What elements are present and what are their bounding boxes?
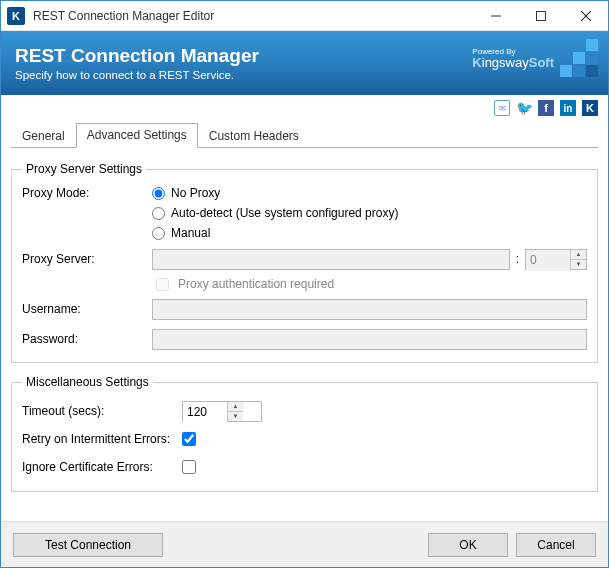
twitter-icon[interactable]: 🐦	[516, 100, 532, 116]
maximize-icon	[536, 11, 546, 21]
proxy-auth-required-label: Proxy authentication required	[178, 277, 334, 291]
footer-bar: Test Connection OK Cancel	[1, 521, 608, 567]
app-icon: K	[1, 7, 31, 25]
window-title: REST Connection Manager Editor	[31, 9, 473, 23]
kingswaysoft-icon[interactable]: K	[582, 100, 598, 116]
misc-settings-group: Miscellaneous Settings Timeout (secs): ▲…	[11, 375, 598, 492]
timeout-spin-buttons: ▲ ▼	[227, 402, 243, 421]
timeout-label: Timeout (secs):	[22, 404, 182, 418]
test-connection-button[interactable]: Test Connection	[13, 533, 163, 557]
tab-general[interactable]: General	[11, 124, 76, 148]
minimize-button[interactable]	[473, 1, 518, 30]
proxy-port-input[interactable]	[526, 250, 570, 271]
close-icon	[581, 11, 591, 21]
radio-no-proxy-input[interactable]	[152, 187, 165, 200]
timeout-up-button[interactable]: ▲	[228, 402, 243, 411]
proxy-port-down-button[interactable]: ▼	[571, 259, 586, 269]
retry-checkbox[interactable]	[182, 432, 196, 446]
maximize-button[interactable]	[518, 1, 563, 30]
radio-no-proxy[interactable]: No Proxy	[152, 186, 398, 200]
minimize-icon	[491, 11, 501, 21]
banner-text: REST Connection Manager Specify how to c…	[15, 45, 259, 81]
radio-manual[interactable]: Manual	[152, 226, 398, 240]
radio-manual-label: Manual	[171, 226, 210, 240]
tab-custom-headers[interactable]: Custom Headers	[198, 124, 310, 148]
cancel-button[interactable]: Cancel	[516, 533, 596, 557]
titlebar: K REST Connection Manager Editor	[1, 1, 608, 31]
brand-text: Powered By KingswaySoft	[472, 48, 554, 69]
ignore-cert-checkbox[interactable]	[182, 460, 196, 474]
banner-subtitle: Specify how to connect to a REST Service…	[15, 69, 259, 81]
social-links-row: ✉ 🐦 f in K	[1, 95, 608, 121]
proxy-port-separator: :	[510, 252, 525, 266]
proxy-server-label: Proxy Server:	[22, 252, 152, 266]
ok-button[interactable]: OK	[428, 533, 508, 557]
close-button[interactable]	[563, 1, 608, 30]
tabs-container: General Advanced Settings Custom Headers	[1, 121, 608, 148]
proxy-server-input[interactable]	[152, 249, 510, 270]
timeout-spinner[interactable]: ▲ ▼	[182, 401, 262, 422]
password-label: Password:	[22, 332, 152, 346]
app-icon-letter: K	[7, 7, 25, 25]
ignore-cert-label: Ignore Certificate Errors:	[22, 460, 182, 474]
proxy-mode-radio-group: No Proxy Auto-detect (Use system configu…	[152, 184, 398, 240]
tab-advanced-settings[interactable]: Advanced Settings	[76, 123, 198, 148]
proxy-group-legend: Proxy Server Settings	[22, 162, 146, 176]
facebook-icon[interactable]: f	[538, 100, 554, 116]
banner-title: REST Connection Manager	[15, 45, 259, 67]
misc-group-legend: Miscellaneous Settings	[22, 375, 153, 389]
proxy-server-settings-group: Proxy Server Settings Proxy Mode: No Pro…	[11, 162, 598, 363]
proxy-port-up-button[interactable]: ▲	[571, 250, 586, 259]
radio-no-proxy-label: No Proxy	[171, 186, 220, 200]
radio-auto-detect-label: Auto-detect (Use system configured proxy…	[171, 206, 398, 220]
radio-auto-detect-input[interactable]	[152, 207, 165, 220]
svg-rect-1	[536, 11, 545, 20]
proxy-port-spinner[interactable]: ▲ ▼	[525, 249, 587, 270]
brand-pixel-icon	[560, 39, 598, 77]
window-controls	[473, 1, 608, 30]
brand-logo: Powered By KingswaySoft	[472, 39, 598, 77]
window-frame: K REST Connection Manager Editor REST Co…	[0, 0, 609, 568]
retry-label: Retry on Intermittent Errors:	[22, 432, 182, 446]
username-input[interactable]	[152, 299, 587, 320]
radio-auto-detect[interactable]: Auto-detect (Use system configured proxy…	[152, 206, 398, 220]
linkedin-icon[interactable]: in	[560, 100, 576, 116]
banner: REST Connection Manager Specify how to c…	[1, 31, 608, 95]
radio-manual-input[interactable]	[152, 227, 165, 240]
proxy-auth-required-checkbox[interactable]	[156, 278, 169, 291]
password-input[interactable]	[152, 329, 587, 350]
brand-name: KingswaySoft	[472, 56, 554, 69]
tab-content: Proxy Server Settings Proxy Mode: No Pro…	[1, 148, 608, 521]
proxy-mode-label: Proxy Mode:	[22, 184, 152, 200]
timeout-down-button[interactable]: ▼	[228, 411, 243, 421]
proxy-port-spin-buttons: ▲ ▼	[570, 250, 586, 269]
proxy-auth-required-row: Proxy authentication required	[22, 272, 587, 296]
tab-strip: General Advanced Settings Custom Headers	[11, 123, 598, 148]
username-label: Username:	[22, 302, 152, 316]
timeout-input[interactable]	[183, 402, 227, 423]
email-icon[interactable]: ✉	[494, 100, 510, 116]
